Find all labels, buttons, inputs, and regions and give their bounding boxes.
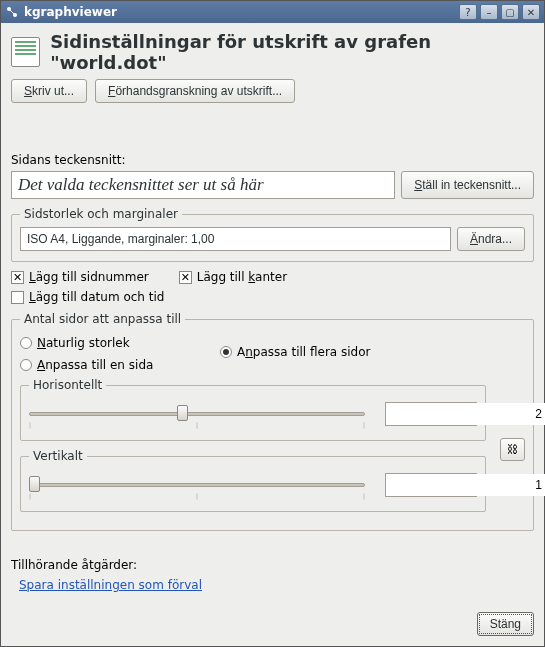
related-label: Tillhörande åtgärder: <box>11 558 534 572</box>
fit-many-radio[interactable]: Anpassa till flera sidor <box>220 345 371 359</box>
horizontal-value[interactable] <box>386 403 545 425</box>
close-button[interactable]: Stäng <box>477 612 534 636</box>
add-pagenum-check[interactable]: ✕ Lägg till sidnummer <box>11 270 149 284</box>
slider-handle-icon <box>177 405 188 421</box>
window-title: kgraphviewer <box>24 5 459 19</box>
page-size-row: Ändra... <box>20 227 525 251</box>
radio-icon <box>20 359 32 371</box>
svg-line-2 <box>9 9 15 15</box>
fit-legend: Antal sidor att anpassa till <box>20 312 185 326</box>
natural-size-radio[interactable]: Naturlig storlek <box>20 336 220 350</box>
save-default-link[interactable]: Spara inställningen som förval <box>11 578 534 592</box>
header-row: Sidinställningar för utskrift av grafen … <box>11 31 534 73</box>
checkbox-icon <box>11 291 24 304</box>
action-buttons-row: Skriv ut... Förhandsgranskning av utskri… <box>11 79 534 103</box>
font-preview: Det valda teckensnittet ser ut så här <box>11 171 395 199</box>
set-font-button[interactable]: Ställ in teckensnitt... <box>401 171 534 199</box>
page-title: Sidinställningar för utskrift av grafen … <box>50 31 534 73</box>
sliders-col: Horisontellt ||| ▲ ▼ <box>20 378 486 520</box>
print-button[interactable]: Skriv ut... <box>11 79 87 103</box>
fit-group: Antal sidor att anpassa till Naturlig st… <box>11 312 534 531</box>
titlebar[interactable]: kgraphviewer ? – ▢ ✕ <box>1 1 544 23</box>
maximize-button[interactable]: ▢ <box>501 4 519 20</box>
vertical-group: Vertikalt ||| ▲ ▼ <box>20 449 486 512</box>
close-row: Stäng <box>11 612 534 636</box>
change-button[interactable]: Ändra... <box>457 227 525 251</box>
horizontal-legend: Horisontellt <box>29 378 106 392</box>
window-controls: ? – ▢ ✕ <box>459 4 540 20</box>
horizontal-slider[interactable]: ||| <box>29 403 365 425</box>
vertical-legend: Vertikalt <box>29 449 87 463</box>
checkbox-icon: ✕ <box>179 271 192 284</box>
font-section-label: Sidans teckensnitt: <box>11 153 534 167</box>
add-datetime-check[interactable]: Lägg till datum och tid <box>11 290 534 304</box>
app-icon <box>5 5 19 19</box>
add-borders-check[interactable]: ✕ Lägg till kanter <box>179 270 287 284</box>
link-axes-button[interactable]: ⛓ <box>500 438 525 461</box>
page-size-input[interactable] <box>20 227 451 251</box>
close-window-button[interactable]: ✕ <box>522 4 540 20</box>
checks-row: ✕ Lägg till sidnummer ✕ Lägg till kanter <box>11 270 534 284</box>
page-size-group: Sidstorlek och marginaler Ändra... <box>11 207 534 262</box>
font-row: Det valda teckensnittet ser ut så här St… <box>11 171 534 199</box>
vertical-value[interactable] <box>386 474 545 496</box>
fit-one-radio[interactable]: Anpassa till en sida <box>20 358 220 372</box>
minimize-button[interactable]: – <box>480 4 498 20</box>
fit-one-label: Anpassa till en sida <box>37 358 153 372</box>
fit-layout: Naturlig storlek Anpassa till en sida An… <box>20 332 525 378</box>
window: kgraphviewer ? – ▢ ✕ Sidinställningar fö… <box>0 0 545 647</box>
vertical-row: ||| ▲ ▼ <box>29 469 477 501</box>
chain-link-icon: ⛓ <box>507 443 518 456</box>
slider-block: Horisontellt ||| ▲ ▼ <box>20 378 525 520</box>
horizontal-row: ||| ▲ ▼ <box>29 398 477 430</box>
add-borders-label: Lägg till kanter <box>197 270 287 284</box>
fit-right-col: Anpassa till flera sidor <box>220 332 371 378</box>
fit-many-label: Anpassa till flera sidor <box>237 345 371 359</box>
add-datetime-label: Lägg till datum och tid <box>29 290 164 304</box>
page-size-legend: Sidstorlek och marginaler <box>20 207 182 221</box>
vertical-spinner[interactable]: ▲ ▼ <box>385 473 477 497</box>
slider-handle-icon <box>29 476 40 492</box>
footer-section: Tillhörande åtgärder: Spara inställninge… <box>11 558 534 636</box>
vertical-slider[interactable]: ||| <box>29 474 365 496</box>
document-icon <box>11 37 40 67</box>
natural-size-label: Naturlig storlek <box>37 336 130 350</box>
fit-left-col: Naturlig storlek Anpassa till en sida <box>20 332 220 378</box>
help-button[interactable]: ? <box>459 4 477 20</box>
content-area: Sidinställningar för utskrift av grafen … <box>1 23 544 646</box>
horizontal-spinner[interactable]: ▲ ▼ <box>385 402 477 426</box>
radio-icon <box>20 337 32 349</box>
radio-icon <box>220 346 232 358</box>
preview-button[interactable]: Förhandsgranskning av utskrift... <box>95 79 295 103</box>
add-pagenum-label: Lägg till sidnummer <box>29 270 149 284</box>
checkbox-icon: ✕ <box>11 271 24 284</box>
horizontal-group: Horisontellt ||| ▲ ▼ <box>20 378 486 441</box>
